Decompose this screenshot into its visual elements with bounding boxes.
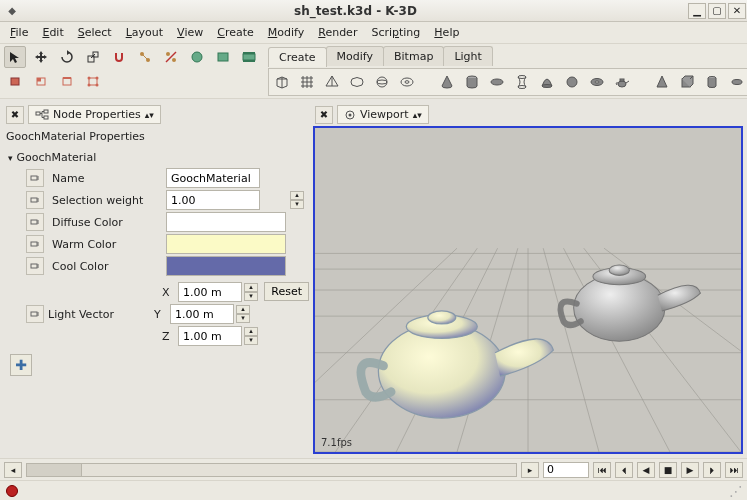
diffuse-color-swatch[interactable] (166, 212, 286, 232)
tab-bitmap[interactable]: Bitmap (383, 46, 444, 66)
menu-scripting[interactable]: Scripting (365, 24, 426, 41)
chevron-updown-icon: ▴▾ (145, 110, 154, 120)
warm-color-swatch[interactable] (166, 234, 286, 254)
render-frame-tool[interactable] (212, 46, 234, 68)
vec-z-label: Z (162, 330, 176, 343)
svg-point-20 (377, 77, 387, 87)
frame-field[interactable] (543, 462, 589, 478)
plug-cool[interactable] (26, 257, 44, 275)
shape-pyramid[interactable] (321, 71, 343, 93)
menu-file[interactable]: File (4, 24, 34, 41)
selweight-spinner[interactable]: ▴▾ (290, 191, 314, 209)
shape-cone[interactable] (436, 71, 458, 93)
tab-modify[interactable]: Modify (326, 46, 384, 66)
shape-cube2[interactable] (676, 71, 698, 93)
vec-z-spinner[interactable]: ▴▾ (244, 327, 262, 345)
selmode-face[interactable] (30, 70, 52, 92)
parent-tool[interactable] (134, 46, 156, 68)
svg-point-32 (618, 81, 626, 87)
menu-modify[interactable]: Modify (262, 24, 310, 41)
fast-forward-button[interactable]: ⏭ (725, 462, 743, 478)
rewind-button[interactable]: ⏮ (593, 462, 611, 478)
vec-x-spinner[interactable]: ▴▾ (244, 283, 262, 301)
tab-light[interactable]: Light (443, 46, 492, 66)
prev-frame-button[interactable]: ⏴ (615, 462, 633, 478)
shape-sphere[interactable] (561, 71, 583, 93)
menu-select[interactable]: Select (72, 24, 118, 41)
shape-disk2[interactable] (726, 71, 747, 93)
render-anim-tool[interactable] (238, 46, 260, 68)
rotate-tool[interactable] (56, 46, 78, 68)
svg-point-27 (518, 86, 526, 89)
toolbar-left (4, 46, 260, 96)
selmode-vertex[interactable] (82, 70, 104, 92)
timeline-left-button[interactable]: ◂ (4, 462, 22, 478)
render-preview-tool[interactable] (186, 46, 208, 68)
maximize-button[interactable]: ▢ (708, 3, 726, 19)
shape-torus2[interactable] (396, 71, 418, 93)
svg-rect-41 (36, 112, 40, 115)
svg-rect-33 (620, 79, 624, 81)
prop-selweight-input[interactable] (166, 190, 260, 210)
pin-viewport-button[interactable]: ✖ (315, 106, 333, 124)
menu-create[interactable]: Create (211, 24, 260, 41)
plug-warm[interactable] (26, 235, 44, 253)
shape-cube[interactable] (271, 71, 293, 93)
panel-type-combo[interactable]: Node Properties ▴▾ (28, 105, 161, 124)
select-tool[interactable] (4, 46, 26, 68)
shape-teapot[interactable] (611, 71, 633, 93)
close-button[interactable]: ✕ (728, 3, 746, 19)
shape-cone2[interactable] (651, 71, 673, 93)
prop-cool-label: Cool Color (52, 260, 162, 273)
unparent-tool[interactable] (160, 46, 182, 68)
stop-button[interactable]: ■ (659, 462, 677, 478)
shape-grid[interactable] (296, 71, 318, 93)
properties-title: GoochMaterial Properties (4, 126, 309, 149)
plug-diffuse[interactable] (26, 213, 44, 231)
menu-help[interactable]: Help (428, 24, 465, 41)
shape-disk[interactable] (486, 71, 508, 93)
viewport-3d[interactable]: 7.1fps (313, 126, 743, 454)
plug-lightvec[interactable] (26, 305, 44, 323)
selmode-object[interactable] (4, 70, 26, 92)
menu-view[interactable]: View (171, 24, 209, 41)
pin-panel-button[interactable]: ✖ (6, 106, 24, 124)
selmode-edge[interactable] (56, 70, 78, 92)
record-indicator-icon[interactable] (6, 485, 18, 497)
viewport-combo[interactable]: Viewport ▴▾ (337, 105, 429, 124)
prop-name-input[interactable] (166, 168, 260, 188)
resize-grip-icon[interactable]: ⋰ (729, 483, 741, 499)
shape-torus[interactable] (586, 71, 608, 93)
plug-selweight[interactable] (26, 191, 44, 209)
vec-x-input[interactable] (178, 282, 242, 302)
timeline-scrollbar[interactable] (26, 463, 517, 477)
minimize-button[interactable]: ▁ (688, 3, 706, 19)
svg-point-29 (567, 77, 577, 87)
vec-y-input[interactable] (170, 304, 234, 324)
shape-cylinder2[interactable] (701, 71, 723, 93)
timeline-right-button[interactable]: ▸ (521, 462, 539, 478)
cool-color-swatch[interactable] (166, 256, 286, 276)
vec-y-spinner[interactable]: ▴▾ (236, 305, 254, 323)
snap-tool[interactable] (108, 46, 130, 68)
next-frame-button[interactable]: ⏵ (703, 462, 721, 478)
shape-cylinder[interactable] (461, 71, 483, 93)
shape-cushion[interactable] (346, 71, 368, 93)
play-back-button[interactable]: ◀ (637, 462, 655, 478)
menu-edit[interactable]: Edit (36, 24, 69, 41)
scale-tool[interactable] (82, 46, 104, 68)
shape-sphere2[interactable] (371, 71, 393, 93)
move-tool[interactable] (30, 46, 52, 68)
shape-paraboloid[interactable] (536, 71, 558, 93)
tab-create[interactable]: Create (268, 47, 327, 67)
app-icon: ◆ (4, 3, 20, 19)
shape-hyperboloid[interactable] (511, 71, 533, 93)
add-property-button[interactable]: ✚ (10, 354, 32, 376)
reset-button[interactable]: Reset (264, 282, 309, 301)
vec-z-input[interactable] (178, 326, 242, 346)
tree-item-goochmaterial[interactable]: ▾ GoochMaterial (4, 149, 309, 166)
menu-layout[interactable]: Layout (120, 24, 169, 41)
play-button[interactable]: ▶ (681, 462, 699, 478)
plug-name[interactable] (26, 169, 44, 187)
menu-render[interactable]: Render (312, 24, 363, 41)
